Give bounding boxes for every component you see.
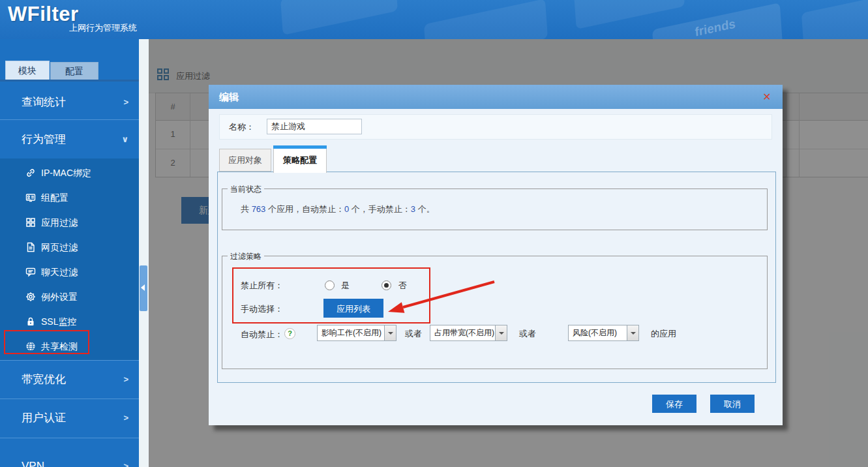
status-text: 共 bbox=[241, 204, 252, 214]
filter-policy-fieldset: 过滤策略 禁止所有： 是 否 手动选择： 应用列表 自动禁止： ? 影响工作(不… bbox=[222, 256, 768, 369]
sidebar-item-label: 组配置 bbox=[41, 185, 68, 210]
apps-suffix-text: 的应用 bbox=[651, 328, 676, 340]
block-all-label: 禁止所有： bbox=[241, 280, 283, 292]
keyboard-decor bbox=[280, 0, 398, 35]
edit-dialog: 编辑 ✕ 名称： 应用对象 策略配置 当前状态 共 763 个应用，自动禁止：0… bbox=[209, 85, 783, 425]
cancel-button[interactable]: 取消 bbox=[710, 395, 755, 413]
close-icon[interactable]: ✕ bbox=[760, 91, 773, 104]
section-label: 查询统计 bbox=[22, 85, 66, 119]
keyboard-decor bbox=[574, 0, 685, 29]
sidebar-collapse-handle[interactable] bbox=[140, 265, 147, 311]
sidebar-item-label: 例外设置 bbox=[41, 284, 78, 309]
status-text: 个应用，自动禁止： bbox=[265, 204, 344, 214]
status-text: 个，手动禁止： bbox=[349, 204, 411, 214]
annotation-red-rectangle-sidebar bbox=[4, 330, 89, 354]
status-summary: 共 763 个应用，自动禁止：0 个，手动禁止：3 个。 bbox=[241, 189, 435, 230]
select-bandwidth-usage[interactable]: 占用带宽(不启用) bbox=[430, 325, 507, 341]
dialog-title-bar: 编辑 ✕ bbox=[209, 85, 783, 109]
app-logo-subtitle: 上网行为管理系统 bbox=[69, 22, 137, 34]
status-text: 个。 bbox=[415, 204, 435, 214]
section-label: 带宽优化 bbox=[22, 361, 66, 399]
chevron-right-icon: > bbox=[123, 361, 128, 399]
radio-block-all-yes[interactable] bbox=[325, 280, 335, 290]
fieldset-legend: 过滤策略 bbox=[228, 251, 264, 262]
sidebar-item-group-config[interactable]: 组配置 bbox=[0, 185, 139, 210]
sidebar-item-chat-filter[interactable]: 聊天过滤 bbox=[0, 260, 139, 284]
sidebar-tab-modules[interactable]: 模块 bbox=[5, 61, 50, 81]
grid-icon bbox=[25, 217, 36, 228]
select-value: 占用带宽(不启用) bbox=[434, 325, 494, 340]
chevron-left-icon bbox=[141, 284, 145, 291]
radio-no-label[interactable]: 否 bbox=[398, 280, 407, 292]
sidebar-item-ip-mac-binding[interactable]: IP-MAC绑定 bbox=[0, 160, 139, 185]
sidebar-section-bandwidth[interactable]: 带宽优化 > bbox=[0, 360, 139, 399]
radio-yes-label[interactable]: 是 bbox=[341, 280, 350, 292]
sidebar-tab-underline bbox=[0, 80, 139, 82]
tab-policy-config[interactable]: 策略配置 bbox=[273, 149, 327, 173]
sidebar-item-label: 应用过滤 bbox=[41, 210, 78, 235]
link-icon bbox=[25, 168, 36, 178]
or-text: 或者 bbox=[519, 328, 536, 340]
name-input[interactable] bbox=[267, 119, 362, 134]
select-value: 影响工作(不启用) bbox=[322, 325, 383, 340]
sidebar-item-exceptions[interactable]: 例外设置 bbox=[0, 284, 139, 309]
section-label: VPN bbox=[22, 438, 44, 467]
sidebar-item-label: 聊天过滤 bbox=[41, 260, 78, 284]
auto-block-label: 自动禁止： bbox=[241, 329, 283, 340]
section-label: 行为管理 bbox=[22, 120, 66, 158]
chevron-down-icon: ∨ bbox=[121, 120, 128, 158]
help-icon[interactable]: ? bbox=[284, 328, 295, 339]
keyboard-decor bbox=[424, 0, 548, 39]
chevron-right-icon: > bbox=[123, 85, 128, 119]
app-header: friends WFilter 上网行为管理系统 bbox=[0, 0, 868, 39]
sidebar-submenu: IP-MAC绑定 组配置 应用过滤 网页过滤 聊天过滤 例外设置 bbox=[0, 158, 139, 360]
app-list-button[interactable]: 应用列表 bbox=[323, 299, 383, 318]
sidebar-item-app-filter[interactable]: 应用过滤 bbox=[0, 210, 139, 235]
wfilter-app: friends WFilter 上网行为管理系统 模块 配置 查询统计 > 行为… bbox=[0, 0, 868, 467]
chat-icon bbox=[25, 267, 36, 277]
sidebar-section-behavior-mgmt[interactable]: 行为管理 ∨ bbox=[0, 120, 139, 159]
sidebar-section-query-stats[interactable]: 查询统计 > bbox=[0, 85, 139, 120]
id-card-icon bbox=[25, 192, 36, 203]
manual-blocked-count: 3 bbox=[411, 204, 415, 214]
tab-app-objects[interactable]: 应用对象 bbox=[219, 149, 271, 172]
lock-icon bbox=[25, 316, 36, 327]
sidebar-item-label: IP-MAC绑定 bbox=[41, 160, 91, 185]
current-status-fieldset: 当前状态 共 763 个应用，自动禁止：0 个，手动禁止：3 个。 bbox=[222, 188, 768, 230]
manual-select-label: 手动选择： bbox=[241, 303, 283, 315]
chevron-right-icon: > bbox=[123, 438, 128, 467]
sidebar-section-user-auth[interactable]: 用户认证 > bbox=[0, 399, 139, 438]
name-field-row: 名称： bbox=[219, 114, 772, 140]
select-impact-work[interactable]: 影响工作(不启用) bbox=[317, 325, 397, 341]
app-logo: WFilter bbox=[8, 3, 79, 26]
save-button[interactable]: 保存 bbox=[652, 395, 696, 413]
section-label: 用户认证 bbox=[22, 399, 66, 438]
select-value: 风险(不启用) bbox=[573, 325, 626, 340]
dropdown-arrow-icon bbox=[495, 325, 507, 340]
keyboard-decor bbox=[801, 0, 868, 39]
dropdown-arrow-icon bbox=[627, 325, 638, 340]
radio-block-all-no[interactable] bbox=[382, 280, 391, 290]
dropdown-arrow-icon bbox=[384, 325, 396, 340]
select-risk[interactable]: 风险(不启用) bbox=[568, 325, 639, 341]
sidebar-section-vpn[interactable]: VPN > bbox=[0, 438, 139, 467]
dialog-title: 编辑 bbox=[219, 85, 239, 109]
sidebar-item-web-filter[interactable]: 网页过滤 bbox=[0, 235, 139, 260]
gear-icon bbox=[25, 292, 36, 302]
sidebar: 模块 配置 查询统计 > 行为管理 ∨ IP-MAC绑定 组配置 应用过滤 bbox=[0, 39, 139, 467]
name-label: 名称： bbox=[229, 115, 254, 139]
or-text: 或者 bbox=[405, 328, 422, 340]
sidebar-tab-config[interactable]: 配置 bbox=[50, 62, 98, 81]
webpage-icon bbox=[25, 242, 36, 252]
chevron-right-icon: > bbox=[123, 399, 128, 438]
total-apps-count: 763 bbox=[252, 204, 266, 214]
sidebar-collapse-strip bbox=[139, 39, 149, 467]
sidebar-item-label: 网页过滤 bbox=[41, 235, 78, 260]
